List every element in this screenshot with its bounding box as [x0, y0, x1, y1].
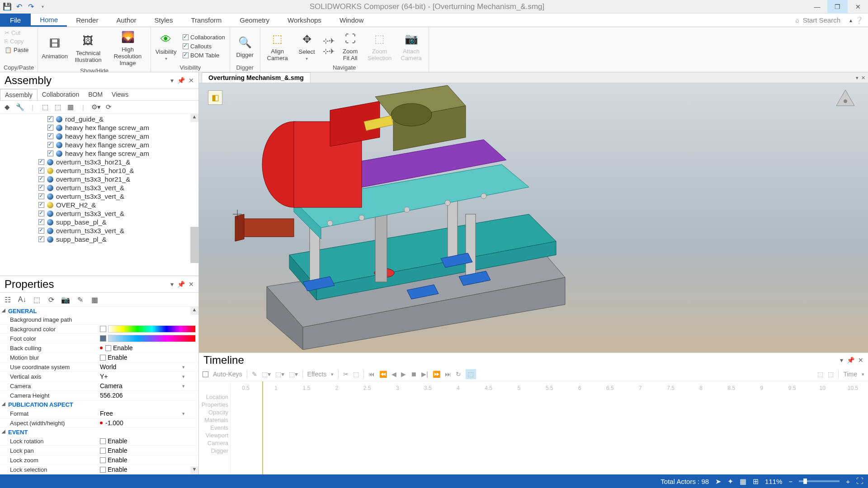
tree-item[interactable]: overturn_ts3x3_vert_&: [0, 209, 198, 218]
checkbox-icon[interactable]: [105, 345, 111, 351]
zoom-fit-all-button[interactable]: ⛶Zoom Fit All: [339, 31, 362, 61]
tree-item[interactable]: heavy hex flange screw_am: [0, 123, 198, 132]
chevron-down-icon[interactable]: ▾: [331, 371, 334, 377]
tool-icon[interactable]: ⟳: [104, 103, 113, 112]
tab-author[interactable]: Author: [107, 14, 145, 27]
chevron-down-icon[interactable]: ▾: [182, 411, 185, 417]
high-resolution-button[interactable]: 🌄High Resolution Image: [108, 29, 147, 66]
prop-row[interactable]: Back cullingEnable: [0, 343, 198, 353]
zoom-out-button[interactable]: −: [788, 478, 793, 485]
prop-row[interactable]: Background image path: [0, 315, 198, 324]
tab-workshops[interactable]: Workshops: [278, 14, 330, 27]
tool-icon[interactable]: ⚙▾: [91, 103, 100, 112]
tool-icon[interactable]: ⬚: [41, 103, 50, 112]
digger-button[interactable]: 🔍Digger: [234, 34, 256, 58]
tool-icon[interactable]: ⟳: [46, 295, 56, 305]
save-icon[interactable]: 💾: [3, 2, 12, 11]
tree-item[interactable]: overturn_ts3x15_hor10_&: [0, 166, 198, 175]
last-frame-icon[interactable]: ⏭: [445, 371, 451, 378]
checkbox-icon[interactable]: [47, 142, 53, 148]
prop-row[interactable]: CameraCamera▾: [0, 381, 198, 391]
tool-icon[interactable]: ⬚▾: [289, 371, 298, 378]
nav-icon[interactable]: ⊹✈: [323, 47, 335, 56]
restore-button[interactable]: ❐: [827, 0, 848, 14]
section-event[interactable]: EVENT: [0, 428, 198, 436]
tool-icon[interactable]: ⬚: [828, 371, 834, 378]
attach-camera-button[interactable]: 📷Attach Camera: [398, 31, 425, 61]
prop-row[interactable]: Lock panEnable: [0, 446, 198, 455]
checkbox-icon[interactable]: [47, 133, 53, 139]
tree-item[interactable]: OVER_H2_&: [0, 201, 198, 209]
status-icon[interactable]: ✦: [727, 477, 733, 486]
stop-icon[interactable]: ⏹: [410, 371, 417, 378]
prev-key-icon[interactable]: ⏪: [379, 371, 387, 378]
play-icon[interactable]: ▶: [401, 371, 406, 378]
tool-icon[interactable]: ☷: [3, 295, 13, 305]
tool-icon[interactable]: ▦: [90, 295, 99, 305]
align-camera-button[interactable]: ⬚Align Camera: [264, 31, 291, 61]
section-publication[interactable]: PUBLICATION ASPECT: [0, 400, 198, 409]
prop-row[interactable]: Camera Height556.206: [0, 391, 198, 400]
panel-menu-icon[interactable]: ▾: [840, 357, 843, 364]
assembly-tree[interactable]: ▲ rod_guide_&heavy hex flange screw_amhe…: [0, 114, 198, 276]
checkbox-icon[interactable]: [47, 125, 53, 131]
tab-styles[interactable]: Styles: [146, 14, 182, 27]
checkbox-icon[interactable]: [100, 355, 106, 361]
view-triad[interactable]: [832, 88, 859, 115]
checkbox-icon[interactable]: [100, 467, 106, 473]
scrollbar-thumb[interactable]: [190, 227, 198, 263]
checkbox-icon[interactable]: [38, 185, 44, 191]
prop-row[interactable]: Lock zoomEnable: [0, 455, 198, 465]
checkbox-icon[interactable]: [38, 193, 44, 199]
checkbox-icon[interactable]: [38, 168, 44, 174]
tab-geometry[interactable]: Geometry: [231, 14, 278, 27]
qat-dropdown-icon[interactable]: ▾: [38, 2, 47, 11]
tree-item[interactable]: overturn_ts3x3_hor21_&: [0, 158, 198, 166]
zoom-slider[interactable]: [799, 480, 840, 482]
checkbox-icon[interactable]: [47, 116, 53, 122]
close-doc-icon[interactable]: ✕: [861, 75, 865, 81]
tool-icon[interactable]: ✎: [75, 295, 85, 305]
loop-icon[interactable]: ↻: [456, 371, 461, 378]
chevron-down-icon[interactable]: ▾: [182, 374, 185, 380]
first-frame-icon[interactable]: ⏮: [368, 371, 375, 378]
prop-row[interactable]: Vertical axisY+▾: [0, 372, 198, 381]
tool-icon[interactable]: ✎: [252, 371, 257, 378]
prop-row[interactable]: Lock selectionEnable: [0, 465, 198, 474]
panel-menu-icon[interactable]: ▾: [170, 77, 174, 84]
tab-window[interactable]: Window: [330, 14, 373, 27]
checkbox-icon[interactable]: [38, 202, 44, 208]
nav-icon[interactable]: ⊹✈: [323, 37, 335, 45]
checkbox-icon[interactable]: [38, 228, 44, 234]
tool-icon[interactable]: ⬚: [53, 103, 62, 112]
collapse-ribbon-icon[interactable]: ▴: [849, 17, 852, 23]
checkbox-icon[interactable]: [38, 176, 44, 182]
autokeys-checkbox[interactable]: [203, 371, 208, 377]
next-key-icon[interactable]: ⏩: [433, 371, 440, 378]
scroll-down-icon[interactable]: ▼: [190, 466, 198, 474]
chevron-down-icon[interactable]: ▾: [182, 383, 185, 389]
prop-row[interactable]: Aspect (width/height)-1.000: [0, 418, 198, 428]
close-panel-icon[interactable]: ✕: [858, 357, 863, 364]
next-frame-icon[interactable]: ▶|: [421, 371, 428, 378]
tree-item[interactable]: overturn_ts3x3_hor21_&: [0, 175, 198, 183]
checkbox-icon[interactable]: [38, 159, 44, 165]
scroll-up-icon[interactable]: ▲: [190, 114, 198, 122]
collaboration-toggle[interactable]: Collaboration: [182, 33, 226, 41]
checkbox-icon[interactable]: [38, 236, 44, 242]
tree-item[interactable]: heavy hex flange screw_am: [0, 149, 198, 158]
tree-item[interactable]: supp_base_pl_&: [0, 235, 198, 244]
tree-item[interactable]: overturn_ts3x3_vert_&: [0, 183, 198, 192]
chevron-down-icon[interactable]: ▾: [862, 371, 864, 377]
minimize-button[interactable]: —: [807, 0, 827, 14]
tool-icon[interactable]: ✂: [343, 371, 349, 378]
tool-icon[interactable]: ⬚▾: [275, 371, 284, 378]
pin-icon[interactable]: 📌: [177, 281, 185, 288]
playhead[interactable]: [262, 381, 263, 474]
panel-menu-icon[interactable]: ▾: [170, 281, 174, 288]
section-general[interactable]: GENERAL: [0, 307, 198, 315]
status-icon[interactable]: ⊞: [753, 477, 759, 486]
document-tab[interactable]: Overturning Mechanism_&.smg: [202, 72, 311, 83]
close-panel-icon[interactable]: ✕: [189, 77, 194, 84]
tool-icon[interactable]: A↓: [17, 295, 27, 305]
